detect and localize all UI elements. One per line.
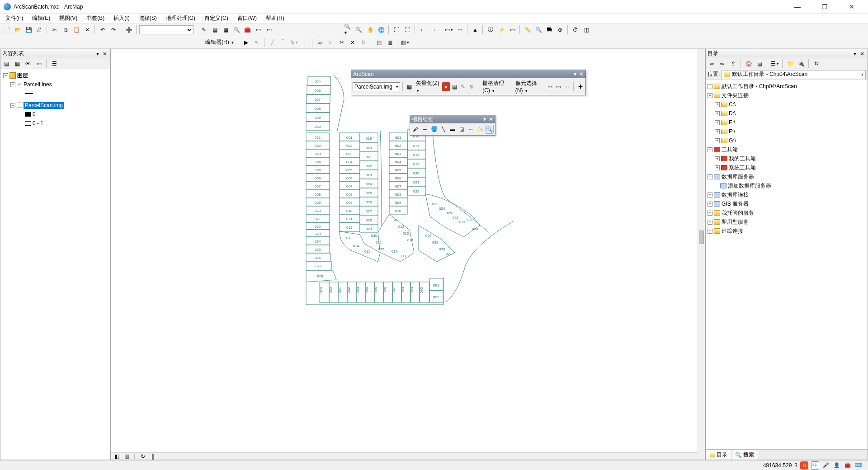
magic-erase-button[interactable]: ✨: [476, 125, 484, 134]
ime-toolbox-icon[interactable]: 🧰: [844, 461, 852, 470]
location-input[interactable]: 默认工作目录 - Chp04\ArcScan: [722, 70, 866, 79]
cell-selection-menu[interactable]: 像元选择(N) ▾: [514, 80, 545, 94]
search-tab[interactable]: 🔍搜索: [731, 450, 758, 460]
catalog-adddb[interactable]: 添加数据库服务器: [728, 182, 771, 190]
trace-button[interactable]: ↯▾: [289, 38, 299, 47]
create-viewer-button[interactable]: ◫: [581, 25, 591, 35]
ime-profile-icon[interactable]: 👤: [833, 461, 841, 470]
catalog-tab[interactable]: 目录: [706, 450, 731, 460]
list-by-visibility-button[interactable]: 👁: [23, 59, 33, 69]
raster-layer-combo[interactable]: ParcelScan.img: [353, 82, 400, 91]
brush-size-button[interactable]: ▪▪: [420, 125, 429, 134]
copy-button[interactable]: ⧉: [61, 25, 71, 35]
open-button[interactable]: 📂: [13, 25, 23, 35]
menu-insert[interactable]: 插入(I): [110, 14, 133, 23]
back-extent-button[interactable]: ←: [418, 25, 428, 35]
options-button[interactable]: ☰: [49, 59, 59, 69]
catalog-drive-f[interactable]: F:\: [729, 128, 735, 135]
add-data-button[interactable]: ➕: [124, 25, 134, 35]
edit-annotation-button[interactable]: ↖: [252, 38, 262, 47]
menu-select[interactable]: 选择(S): [135, 14, 160, 23]
goto-xy-button[interactable]: ⊕: [555, 25, 565, 35]
catalog-drive-c[interactable]: C:\: [729, 101, 736, 108]
minimize-button[interactable]: —: [788, 3, 807, 10]
menu-help[interactable]: 帮助(H): [262, 14, 288, 23]
arc-segment-button[interactable]: ⌒: [278, 38, 288, 47]
catalog-gis[interactable]: GIS 服务器: [722, 200, 749, 208]
refresh-catalog-button[interactable]: ↻: [811, 59, 821, 69]
ime-lang-icon[interactable]: 中: [811, 461, 819, 470]
maximize-button[interactable]: ❐: [816, 3, 834, 10]
layer-parcellines[interactable]: ParcelLines: [24, 81, 52, 88]
fixed-zoom-out-button[interactable]: ⛶: [402, 25, 412, 35]
clear-selection-button[interactable]: ▭: [455, 25, 465, 35]
swap-fg-bg-button[interactable]: 🔍: [486, 125, 494, 134]
split-button[interactable]: ✕: [348, 38, 358, 47]
find-connected-pixels-button[interactable]: ▭: [555, 82, 562, 91]
select-connected-cells-button[interactable]: ▭: [546, 82, 554, 91]
pause-button[interactable]: ‖: [149, 453, 156, 460]
find-button[interactable]: 🔍: [533, 25, 543, 35]
html-popup-button[interactable]: ▭: [507, 25, 517, 35]
back-button[interactable]: ⇦: [707, 59, 717, 69]
editor-label[interactable]: 编辑器(R) ▾: [203, 38, 236, 46]
home-button[interactable]: 🏠: [744, 59, 754, 69]
draw-rect-button[interactable]: ▬: [448, 125, 457, 134]
measure-button[interactable]: 📏: [523, 25, 533, 35]
menu-geoprocessing[interactable]: 地理处理(G): [162, 14, 199, 23]
catalog-toolbox[interactable]: 工具箱: [722, 146, 738, 154]
python-button[interactable]: ▭: [253, 25, 263, 35]
forward-button[interactable]: ⇨: [717, 59, 727, 69]
menu-bookmarks[interactable]: 书签(B): [83, 14, 108, 23]
create-features-button[interactable]: ▦▾: [400, 38, 410, 47]
pin-button[interactable]: ▾: [94, 51, 101, 57]
point-button[interactable]: ·: [300, 38, 310, 47]
raster-line-width-button[interactable]: ↔: [563, 82, 571, 91]
arcscan-close-button[interactable]: ✕: [579, 71, 584, 77]
reshape-button[interactable]: ⟀: [326, 38, 336, 47]
scale-combo[interactable]: [139, 25, 193, 34]
cut-button[interactable]: ✂: [50, 25, 60, 35]
attributes-button[interactable]: ▤: [374, 38, 384, 47]
toc-close-button[interactable]: ✕: [101, 51, 108, 57]
menu-window[interactable]: 窗口(W): [234, 14, 260, 23]
catalog-home[interactable]: 默认工作目录 - Chp04\ArcScan: [722, 83, 797, 90]
checkbox-on[interactable]: [17, 82, 22, 87]
catalog-dbconn[interactable]: 数据库连接: [722, 191, 749, 199]
expand-icon[interactable]: −: [10, 82, 15, 87]
raster-snapping-button[interactable]: ↯: [468, 82, 476, 91]
fill-button[interactable]: 🪣: [430, 125, 438, 134]
raster-paint-toolbar[interactable]: 栅格绘画 ▾ ✕ 🖌 ▪▪ 🪣 ╲ ▬ ◪ ▫▫ ✨ 🔍: [410, 115, 495, 136]
find-route-button[interactable]: ⛟: [544, 25, 554, 35]
catalog-mytool[interactable]: 我的工具箱: [729, 155, 756, 163]
list-by-selection-button[interactable]: ▭: [34, 59, 44, 69]
zoom-out-button[interactable]: 🔍-: [354, 25, 364, 35]
delete-button[interactable]: ✕: [82, 25, 92, 35]
shape-recognition-button[interactable]: ✎: [459, 82, 467, 91]
ime-sogou-icon[interactable]: S: [800, 461, 808, 470]
save-button[interactable]: 💾: [24, 25, 33, 35]
undo-button[interactable]: ↶: [98, 25, 108, 35]
full-extent-button[interactable]: 🌐: [376, 25, 386, 35]
list-view-button[interactable]: ☰▾: [770, 59, 780, 69]
toc-tree[interactable]: − 图层 − ParcelLines − ParcelScan.img 0: [0, 69, 110, 460]
data-view-button[interactable]: ◧: [113, 453, 120, 460]
catalog-drive-d[interactable]: D:\: [729, 110, 736, 117]
root-label[interactable]: 图层: [17, 72, 28, 80]
raster-paint-close-button[interactable]: ✕: [489, 116, 493, 122]
rotate-button[interactable]: ↻: [359, 38, 368, 47]
arcscan-toolbar[interactable]: ArcScan ▾ ✕ ParcelScan.img ▦ 矢量化(Z) ▾ ▪ …: [351, 70, 586, 95]
sketch-props-button[interactable]: ▥: [385, 38, 395, 47]
search-button[interactable]: 🔍: [231, 25, 241, 35]
paste-button[interactable]: 📋: [71, 25, 81, 35]
catalog-hosted[interactable]: 我托管的服务: [722, 209, 754, 217]
select-elements-button[interactable]: ▲: [470, 25, 480, 35]
ime-keyboard-icon[interactable]: ⌨: [854, 461, 863, 470]
raster-paint-options-button[interactable]: ▾: [483, 116, 486, 122]
select-features-button[interactable]: ▭▾: [444, 25, 454, 35]
refresh-button[interactable]: ↻: [139, 453, 146, 460]
draw-line-button[interactable]: ╲: [439, 125, 447, 134]
catalog-close-button[interactable]: ✕: [859, 51, 866, 57]
time-slider-button[interactable]: ⏱: [571, 25, 580, 35]
close-button[interactable]: ✕: [843, 3, 861, 10]
